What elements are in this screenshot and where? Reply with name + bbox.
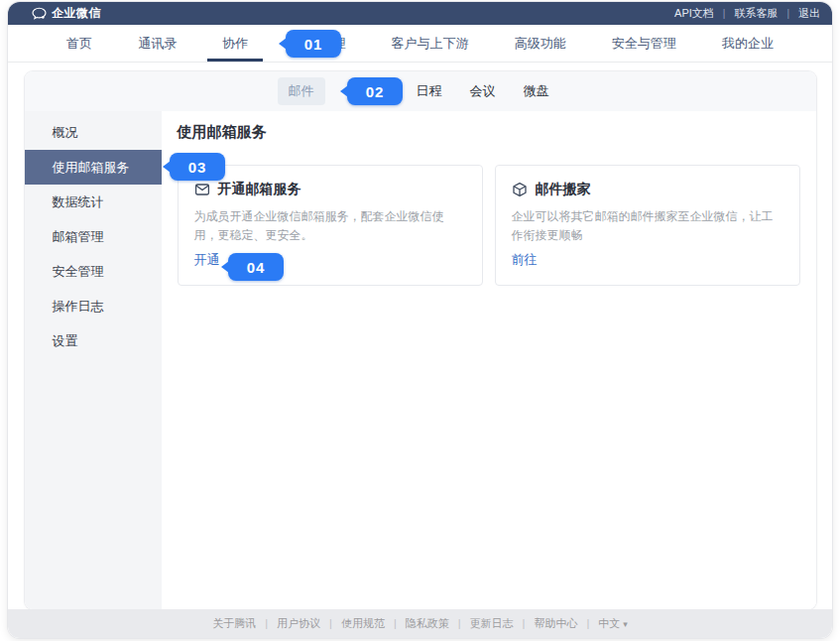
sidebar-item-mailbox-management[interactable]: 邮箱管理	[25, 219, 162, 254]
page-title: 使用邮箱服务	[178, 123, 800, 141]
content-area: 使用邮箱服务 开通邮箱服务	[162, 111, 816, 609]
card-mail-migration: 邮件搬家 企业可以将其它邮箱的邮件搬家至企业微信，让工作衔接更顺畅 前往	[495, 165, 800, 286]
card-title-row: 邮件搬家	[512, 181, 783, 198]
footer-link-changelog[interactable]: 更新日志	[449, 616, 514, 631]
contact-support-link[interactable]: 联系客服	[714, 6, 779, 21]
sidebar-item-statistics[interactable]: 数据统计	[25, 185, 162, 219]
app-window: 企业微信 API文档 联系客服 退出 首页 通讯录 协作 应用管理 客户与上下游…	[8, 2, 832, 638]
card-title: 开通邮箱服务	[218, 181, 301, 198]
topbar: 企业微信 API文档 联系客服 退出	[8, 2, 832, 25]
sidebar-item-settings[interactable]: 设置	[25, 323, 162, 358]
footer: 关于腾讯 用户协议 使用规范 隐私政策 更新日志 帮助中心 中文▾	[8, 609, 832, 638]
subnav-tab-mail[interactable]: 邮件	[278, 77, 325, 105]
nav-item-collaboration[interactable]: 协作	[222, 25, 248, 62]
subnav: 邮件 日程 会议 微盘	[25, 71, 816, 111]
step-badge-03: 03	[170, 153, 225, 181]
nav-item-security[interactable]: 安全与管理	[612, 25, 676, 62]
footer-link-help-center[interactable]: 帮助中心	[514, 616, 578, 631]
footer-link-about-tencent[interactable]: 关于腾讯	[212, 616, 256, 631]
footer-link-privacy-policy[interactable]: 隐私政策	[385, 616, 449, 631]
language-selector[interactable]: 中文▾	[577, 616, 627, 631]
app-logo[interactable]: 企业微信	[32, 5, 101, 22]
step-badge-02: 02	[347, 77, 403, 105]
app-logo-text: 企业微信	[52, 5, 101, 22]
subnav-tab-schedule[interactable]: 日程	[417, 82, 442, 100]
footer-link-user-agreement[interactable]: 用户协议	[256, 616, 320, 631]
subnav-tab-drive[interactable]: 微盘	[524, 82, 549, 100]
step-badge-01: 01	[286, 30, 341, 58]
nav-item-advanced[interactable]: 高级功能	[515, 25, 566, 62]
chevron-down-icon: ▾	[623, 619, 628, 629]
subnav-tab-meeting[interactable]: 会议	[470, 82, 496, 100]
panel-body: 概况 使用邮箱服务 数据统计 邮箱管理 安全管理 操作日志 设置 使用邮箱服务	[25, 111, 816, 609]
wechat-work-logo-icon	[32, 7, 47, 20]
envelope-icon	[194, 182, 210, 197]
card-title: 邮件搬家	[536, 181, 591, 198]
sidebar-item-security-management[interactable]: 安全管理	[25, 254, 162, 289]
sidebar-item-use-mail-service[interactable]: 使用邮箱服务	[25, 150, 162, 185]
sidebar-item-operation-log[interactable]: 操作日志	[25, 289, 162, 323]
enable-link[interactable]: 开通	[194, 251, 220, 269]
card-description: 企业可以将其它邮箱的邮件搬家至企业微信，让工作衔接更顺畅	[512, 207, 783, 245]
nav-item-my-company[interactable]: 我的企业	[722, 25, 774, 62]
nav-item-customers[interactable]: 客户与上下游	[392, 25, 469, 62]
sidebar-item-overview[interactable]: 概况	[25, 115, 162, 150]
step-badge-04: 04	[228, 253, 284, 281]
card-description: 为成员开通企业微信邮箱服务，配套企业微信使用，更稳定、更安全。	[194, 207, 466, 245]
sidebar: 概况 使用邮箱服务 数据统计 邮箱管理 安全管理 操作日志 设置	[25, 111, 162, 609]
nav-item-contacts[interactable]: 通讯录	[138, 25, 177, 62]
topbar-links: API文档 联系客服 退出	[674, 6, 820, 21]
api-docs-link[interactable]: API文档	[674, 6, 714, 21]
footer-link-usage-rules[interactable]: 使用规范	[320, 616, 385, 631]
card-title-row: 开通邮箱服务	[194, 181, 466, 198]
main-panel: 邮件 日程 会议 微盘 概况 使用邮箱服务 数据统计 邮箱管理 安全管理 操作日…	[25, 71, 816, 609]
body-area: 邮件 日程 会议 微盘 概况 使用邮箱服务 数据统计 邮箱管理 安全管理 操作日…	[8, 63, 832, 638]
nav-item-home[interactable]: 首页	[66, 25, 92, 62]
logout-link[interactable]: 退出	[778, 6, 820, 21]
box-icon	[512, 182, 528, 197]
main-nav: 首页 通讯录 协作 应用管理 客户与上下游 高级功能 安全与管理 我的企业	[8, 25, 832, 63]
go-link[interactable]: 前往	[512, 251, 538, 269]
